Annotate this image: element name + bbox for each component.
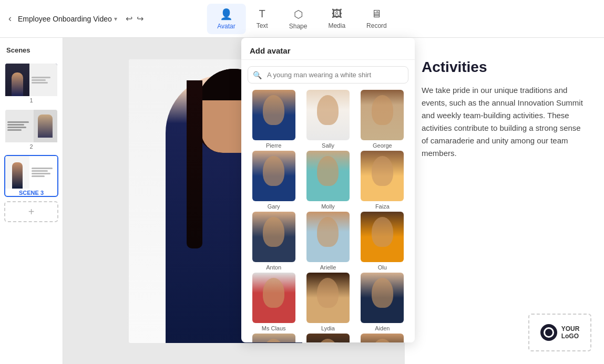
scene3-avatar-mini bbox=[12, 162, 23, 189]
avatar-item-molly[interactable]: Molly bbox=[302, 151, 354, 210]
scenes-sidebar: Scenes 1 bbox=[0, 38, 63, 364]
scene2-right-area bbox=[34, 110, 58, 142]
avatar-name-lydia: Lydia bbox=[321, 325, 335, 331]
scene2-num: 2 bbox=[5, 143, 57, 150]
tool-media-label: Media bbox=[328, 22, 345, 29]
avatar-item-sally[interactable]: Sally bbox=[302, 90, 354, 149]
record-icon: 🖥 bbox=[371, 8, 382, 20]
avatar-grid: PierreSallyGeorgeGaryMollyFaizaAntonArie… bbox=[241, 88, 415, 342]
avatar-item-arielle[interactable]: Arielle bbox=[302, 212, 354, 271]
shape-icon: ⬡ bbox=[294, 8, 303, 20]
avatar-item-ms-claus[interactable]: Ms Claus bbox=[248, 273, 300, 331]
avatar-item-extra[interactable] bbox=[302, 334, 354, 342]
scene3-text-area bbox=[29, 156, 58, 189]
add-avatar-title: Add avatar bbox=[241, 38, 415, 60]
logo-text: YOUR LoGO bbox=[561, 325, 580, 340]
avatar-thumbnail-extra bbox=[252, 334, 295, 342]
scene3-avatar-area bbox=[5, 156, 29, 189]
tool-avatar[interactable]: 👤Avatar bbox=[207, 4, 245, 34]
canvas-area: Add avatar 🔍 PierreSallyGeorgeGaryMollyF… bbox=[63, 38, 404, 364]
avatar-name-george: George bbox=[373, 142, 392, 149]
scene-thumb-2[interactable]: 2 bbox=[4, 109, 58, 151]
project-title[interactable]: Employee Onboarding Video ▾ bbox=[18, 15, 117, 23]
tool-text-label: Text bbox=[257, 22, 268, 29]
avatar-thumbnail-arielle bbox=[306, 212, 350, 262]
tool-group: 👤AvatarTText⬡Shape🖼Media🖥Record bbox=[207, 4, 397, 34]
tool-shape-label: Shape bbox=[289, 23, 308, 30]
avatar-item-aiden[interactable]: Aiden bbox=[356, 273, 408, 331]
avatar-item-pierre[interactable]: Pierre bbox=[248, 90, 300, 149]
avatar-thumbnail-molly bbox=[306, 151, 350, 201]
tool-record-label: Record bbox=[366, 22, 387, 29]
undo-button[interactable]: ↩ bbox=[126, 14, 132, 24]
avatar-name-olu: Olu bbox=[378, 264, 387, 271]
avatar-thumbnail-extra bbox=[361, 334, 404, 342]
scene3-label: SCENE 3 bbox=[5, 190, 57, 196]
tool-text[interactable]: TText bbox=[246, 4, 279, 34]
avatar-search-container: 🔍 bbox=[248, 66, 408, 84]
avatar-thumbnail-olu bbox=[361, 212, 404, 262]
avatar-name-aiden: Aiden bbox=[375, 325, 390, 331]
avatar-name-pierre: Pierre bbox=[266, 142, 281, 149]
scene1-num: 1 bbox=[5, 97, 57, 103]
tool-shape[interactable]: ⬡Shape bbox=[279, 4, 318, 34]
avatar-item-gary[interactable]: Gary bbox=[248, 151, 300, 210]
scene2-left-area bbox=[5, 110, 34, 142]
avatar-name-ms-claus: Ms Claus bbox=[262, 325, 286, 331]
avatar-name-gary: Gary bbox=[268, 203, 280, 210]
scene-thumb-3[interactable]: SCENE 3 bbox=[4, 155, 58, 197]
tool-record[interactable]: 🖥Record bbox=[356, 4, 397, 34]
content-panel: Activities We take pride in our unique t… bbox=[404, 38, 604, 364]
content-title: Activities bbox=[422, 59, 587, 76]
avatar-name-faiza: Faiza bbox=[375, 203, 390, 210]
avatar-thumbnail-extra bbox=[306, 334, 350, 342]
avatar-thumbnail-aiden bbox=[361, 273, 404, 323]
toolbar: ‹ Employee Onboarding Video ▾ ↩ ↪ 👤Avata… bbox=[0, 0, 604, 38]
undo-redo-group: ↩ ↪ bbox=[126, 14, 144, 24]
avatar-thumbnail-lydia bbox=[306, 273, 350, 323]
main-layout: Scenes 1 bbox=[0, 38, 604, 364]
avatar-thumbnail-sally bbox=[306, 90, 350, 140]
tool-media[interactable]: 🖼Media bbox=[318, 4, 356, 34]
scenes-label: Scenes bbox=[4, 44, 58, 58]
avatar-item-george[interactable]: George bbox=[356, 90, 408, 149]
media-icon: 🖼 bbox=[332, 8, 342, 20]
logo-circle-icon bbox=[540, 324, 557, 341]
avatar-thumbnail-anton bbox=[252, 212, 295, 262]
text-icon: T bbox=[259, 8, 265, 20]
avatar-name-anton: Anton bbox=[266, 264, 281, 271]
avatar-icon: 👤 bbox=[220, 8, 233, 20]
avatar-search-input[interactable] bbox=[248, 66, 408, 84]
back-button[interactable]: ‹ bbox=[8, 13, 12, 24]
redo-button[interactable]: ↪ bbox=[137, 14, 144, 24]
scene-thumb-1[interactable]: 1 bbox=[4, 63, 58, 105]
avatar-thumbnail-ms-claus bbox=[252, 273, 295, 323]
scene1-avatar-area bbox=[5, 64, 29, 96]
avatar-panel: Add avatar 🔍 PierreSallyGeorgeGaryMollyF… bbox=[241, 38, 415, 342]
avatar-name-molly: Molly bbox=[321, 203, 335, 210]
add-scene-button[interactable]: + bbox=[4, 201, 58, 222]
logo-placeholder: YOUR LoGO bbox=[528, 314, 591, 351]
avatar-item-anton[interactable]: Anton bbox=[248, 212, 300, 271]
avatar-item-faiza[interactable]: Faiza bbox=[356, 151, 408, 210]
avatar-thumbnail-gary bbox=[252, 151, 295, 201]
avatar-item-extra[interactable] bbox=[356, 334, 408, 342]
avatar-item-extra[interactable] bbox=[248, 334, 300, 342]
avatar-thumbnail-george bbox=[361, 90, 404, 140]
scene1-avatar-mini bbox=[12, 72, 23, 96]
avatar-item-olu[interactable]: Olu bbox=[356, 212, 408, 271]
tool-avatar-label: Avatar bbox=[217, 23, 235, 30]
scene1-text-area bbox=[29, 64, 58, 96]
search-icon: 🔍 bbox=[253, 71, 262, 79]
title-chevron-icon: ▾ bbox=[114, 15, 117, 23]
content-body: We take pride in our unique traditions a… bbox=[422, 84, 587, 160]
avatar-thumbnail-pierre bbox=[252, 90, 295, 140]
avatar-name-arielle: Arielle bbox=[320, 264, 336, 271]
avatar-thumbnail-faiza bbox=[361, 151, 404, 201]
avatar-item-lydia[interactable]: Lydia bbox=[302, 273, 354, 331]
avatar-name-sally: Sally bbox=[322, 142, 334, 149]
